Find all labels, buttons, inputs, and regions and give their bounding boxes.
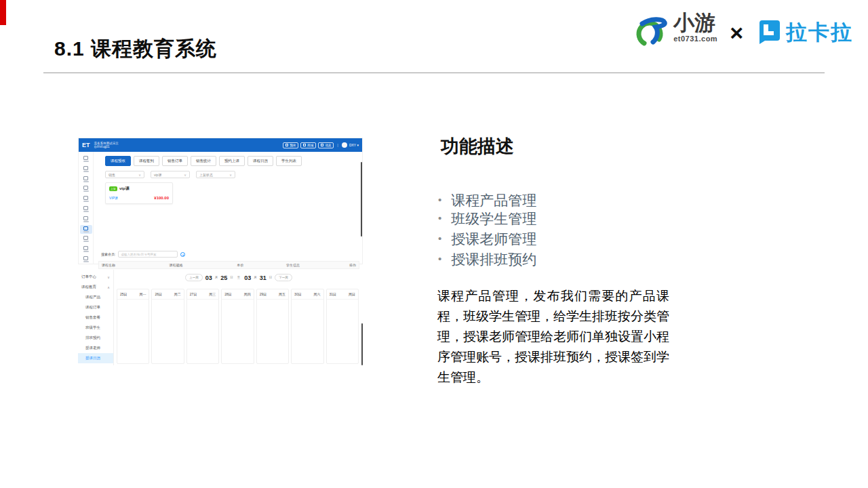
rail-item-1[interactable] (80, 155, 92, 163)
status-badge: 上架 (109, 186, 117, 191)
lakala-name: 拉卡拉 (786, 18, 853, 47)
tab-booking[interactable]: 预约上课 (219, 156, 245, 166)
section-heading: 功能描述 (441, 134, 514, 159)
rail-icon (83, 186, 88, 190)
menu-sales-package[interactable]: 销售套餐 (78, 312, 113, 323)
rail-item-10[interactable] (80, 245, 92, 253)
admin-header-titles: 票务系统测试演示 自助机端01 (94, 142, 119, 149)
end-day: 31 (260, 274, 267, 281)
chevron-down-icon: ∨ (184, 173, 186, 177)
tab-bar: 课程预收 课程签到 销售订单 销售统计 预约上课 课程日历 学生列表 (105, 156, 302, 166)
rail-item-5[interactable] (80, 195, 92, 203)
tab-course-calendar[interactable]: 课程日历 (248, 156, 273, 166)
range-separator: 至 (237, 276, 241, 279)
next-week-button[interactable]: 下一周 (275, 274, 292, 281)
description-paragraph: 课程产品管理，发布我们需要的产品课程，班级学生管理，给学生排班按分类管理，授课老… (437, 286, 669, 388)
calendar-day-column[interactable]: 27日周三 (186, 289, 219, 364)
calendar-day-column[interactable]: 30日周六 (291, 289, 323, 364)
rail-item-8-active[interactable] (80, 225, 92, 234)
calendar-day-column[interactable]: 29日周五 (256, 289, 289, 364)
col-student-info: 学生信息 (283, 263, 333, 267)
menu-course-product[interactable]: 课程产品 (78, 292, 113, 302)
bullet-dot: • (438, 233, 441, 245)
filter-select-2[interactable]: vip课∨ (151, 171, 190, 178)
tab-student-list[interactable]: 学生列表 (276, 156, 302, 166)
search-label: 搜索会员: (101, 252, 115, 256)
rail-item-11[interactable] (80, 255, 92, 264)
calendar-day-column[interactable]: 25日周一 (117, 289, 149, 364)
course-card[interactable]: 上架 vip课 VIP课 ¥100.00 (105, 182, 173, 204)
lakala-icon (755, 18, 781, 47)
search-input[interactable]: 请输入姓名/电话/卡号搜索 (118, 251, 178, 258)
scrollbar[interactable] (361, 162, 362, 237)
date-nav: 上一周 03月 25日 至 03月 31日 下一周 (115, 274, 363, 281)
slide-canvas: 8.1 课程教育系统 小游 et0731.com × (0, 0, 868, 488)
rail-item-7[interactable] (80, 215, 92, 224)
lakala-logo: 拉卡拉 (755, 18, 853, 47)
table-header-row: 课程名称 课程规格 单价 学生信息 操作 (98, 261, 359, 269)
page-title: 8.1 课程教育系统 (54, 35, 217, 63)
admin-header: ET 票务系统测试演示 自助机端01 预览 商城 消息 | DXY ▾ (79, 138, 362, 152)
tab-sales-orders[interactable]: 销售订单 (162, 156, 188, 166)
tab-sales-stats[interactable]: 销售统计 (191, 156, 216, 166)
xiaoyou-domain: et0731.com (673, 35, 717, 43)
menu-course-order[interactable]: 课程订单 (78, 302, 113, 312)
header-button-2[interactable]: 商城 (300, 142, 316, 148)
rail-item-2[interactable] (80, 165, 92, 174)
cart-icon (303, 144, 306, 146)
start-month: 03 (205, 274, 212, 281)
scrollbar[interactable] (361, 323, 363, 365)
menu-teaching-calendar[interactable]: 授课日历 (78, 353, 113, 363)
calendar-day-column[interactable]: 31日周日 (326, 289, 359, 364)
prev-week-button[interactable]: 上一周 (185, 274, 203, 281)
feature-bullets: •课程产品管理 •班级学生管理 •授课老师管理 •授课排班预约 (438, 192, 682, 272)
filter-row: 销售∨ vip课∨ 上架状态∨ (105, 171, 235, 178)
preview-icon (285, 144, 288, 146)
rail-item-6[interactable] (80, 205, 92, 214)
bullet-scheduling: •授课排班预约 (438, 251, 682, 267)
col-course-name: 课程名称 (99, 263, 167, 267)
menu-shift-booking[interactable]: 排班预约 (78, 333, 113, 343)
member-search-row: 搜索会员: 请输入姓名/电话/卡号搜索 + (101, 251, 185, 258)
header-button-1[interactable]: 预览 (283, 142, 298, 148)
admin-screenshot-bottom: 订单中心∨ 课程教育∧ 课程产品 课程订单 销售套餐 班级学生 排班预约 授课老… (78, 270, 363, 365)
course-card-price: ¥100.00 (154, 196, 169, 200)
admin-title-line2: 自助机端01 (94, 145, 119, 148)
add-icon[interactable]: + (180, 252, 185, 257)
menu-order-center[interactable]: 订单中心∨ (78, 272, 113, 282)
bullet-class-students: •班级学生管理 (438, 211, 682, 226)
tab-course-checkin[interactable]: 课程签到 (134, 156, 159, 166)
calendar-day-column[interactable]: 26日周二 (151, 289, 184, 364)
calendar-day-column[interactable]: 28日周四 (221, 289, 254, 364)
et-logo: ET (82, 142, 90, 148)
menu-teachers[interactable]: 授课老师 (78, 343, 113, 353)
bullet-dot: • (438, 213, 441, 224)
menu-course-education[interactable]: 课程教育∧ (78, 282, 113, 292)
collab-x-mark: × (727, 20, 746, 46)
accent-bar (0, 0, 6, 25)
menu-class-students[interactable]: 班级学生 (78, 323, 113, 333)
chevron-down-icon: ∨ (107, 275, 110, 279)
rail-item-9[interactable] (80, 235, 92, 244)
calendar-area: 上一周 03月 25日 至 03月 31日 下一周 25日周一 26日周二 27… (115, 270, 363, 365)
col-actions: 操作 (333, 263, 359, 267)
rail-item-3[interactable] (80, 175, 92, 184)
tab-course-presale[interactable]: 课程预收 (105, 156, 131, 166)
rail-icon (83, 226, 88, 230)
rail-icon (83, 236, 88, 240)
rail-icon (83, 166, 88, 170)
rail-icon (83, 206, 88, 210)
admin-main: 课程预收 课程签到 销售订单 销售统计 预约上课 课程日历 学生列表 销售∨ v… (94, 152, 362, 264)
avatar[interactable] (342, 142, 347, 148)
rail-item-4[interactable] (80, 184, 92, 193)
header-separator: | (337, 143, 338, 147)
header-button-3[interactable]: 消息 (318, 142, 334, 148)
bullet-course-product: •课程产品管理 (438, 192, 682, 208)
course-card-type: VIP课 (109, 196, 118, 200)
bullet-teachers: •授课老师管理 (438, 231, 682, 247)
filter-select-3[interactable]: 上架状态∨ (196, 171, 235, 178)
filter-select-1[interactable]: 销售∨ (105, 171, 144, 178)
user-menu[interactable]: DXY ▾ (349, 143, 359, 147)
calendar-columns: 25日周一 26日周二 27日周三 28日周四 29日周五 30日周六 31日周… (117, 289, 359, 364)
title-divider (43, 73, 825, 73)
